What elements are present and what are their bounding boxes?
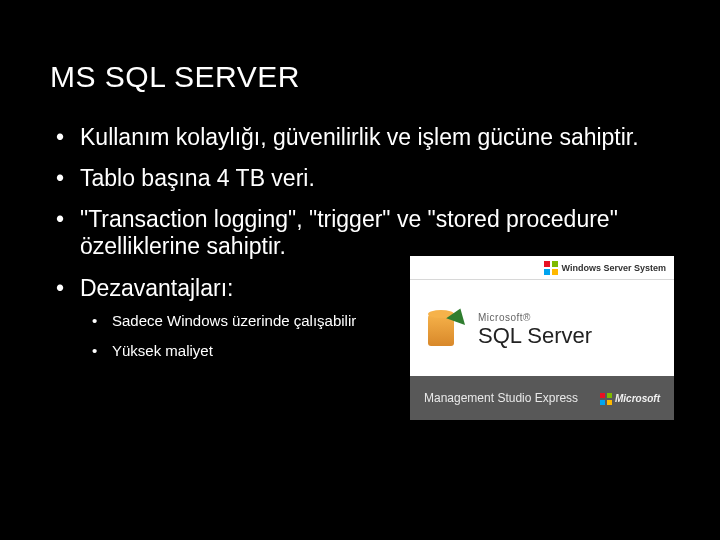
microsoft-label: Microsoft [615, 393, 660, 404]
list-item-label: Dezavantajları: [80, 275, 233, 301]
list-item: Kullanım kolaylığı, güvenilirlik ve işle… [56, 124, 670, 151]
product-card-footer: Management Studio Express Microsoft [410, 376, 674, 420]
list-item: "Transaction logging", "trigger" ve "sto… [56, 206, 670, 260]
sql-server-icon [424, 308, 468, 352]
product-card: Windows Server System Microsoft® SQL Ser… [410, 256, 674, 420]
product-subtitle: Management Studio Express [424, 392, 578, 405]
brand-small-label: Microsoft® [478, 312, 592, 323]
list-item: Tablo başına 4 TB veri. [56, 165, 670, 192]
microsoft-logo: Microsoft [600, 393, 660, 405]
windows-flag-icon [600, 393, 612, 405]
product-card-body: Microsoft® SQL Server [410, 280, 674, 376]
product-brand: Microsoft® SQL Server [478, 312, 592, 349]
product-card-header: Windows Server System [410, 256, 674, 280]
slide-title: MS SQL SERVER [50, 60, 670, 94]
brand-big-label: SQL Server [478, 323, 592, 349]
windows-server-system-label: Windows Server System [562, 263, 666, 273]
slide: MS SQL SERVER Kullanım kolaylığı, güveni… [0, 0, 720, 540]
windows-flag-icon [544, 261, 558, 275]
